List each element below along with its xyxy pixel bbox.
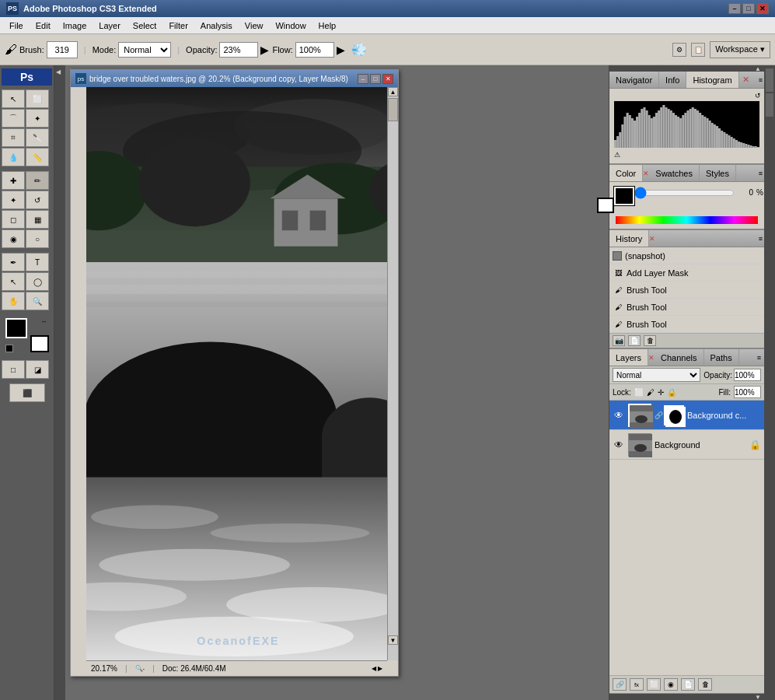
lasso-tool[interactable]: ⌒	[2, 109, 25, 128]
layer-1-visibility-btn[interactable]: 👁	[613, 409, 625, 422]
scroll-arrows[interactable]: ◀ ▶	[372, 665, 382, 672]
clone-tool[interactable]: ✦	[2, 191, 25, 209]
marquee-tool[interactable]: ⬜	[26, 89, 49, 108]
close-button[interactable]: ✕	[756, 3, 769, 14]
tool-preset-btn[interactable]: ⚙	[672, 43, 686, 57]
lock-position-btn[interactable]: ✛	[658, 388, 664, 397]
move-tool[interactable]: ↖	[2, 89, 25, 108]
airbrush-icon[interactable]: 💨	[351, 42, 367, 57]
history-menu-btn2[interactable]: ≡	[757, 235, 764, 243]
opacity-arrow[interactable]: ▶	[260, 44, 269, 56]
tool-preset-btn2[interactable]: 📋	[691, 43, 705, 57]
doc-maximize-btn[interactable]: □	[370, 74, 381, 84]
bg-color-chip[interactable]	[597, 198, 614, 213]
opacity-input[interactable]	[219, 42, 258, 58]
history-new-doc-btn[interactable]: 📄	[628, 335, 641, 346]
dodge-tool[interactable]: ○	[26, 229, 49, 248]
brush-tool[interactable]: ✏	[26, 171, 49, 190]
workspace-button[interactable]: Workspace ▾	[710, 41, 770, 58]
swap-colors-icon[interactable]: ↔	[41, 318, 49, 326]
history-brush-tool[interactable]: ↺	[26, 191, 49, 209]
screen-mode-btn[interactable]: ⬛	[9, 383, 45, 402]
history-item-4[interactable]: 🖌 Brush Tool	[609, 316, 764, 333]
color-spectrum[interactable]	[616, 216, 758, 224]
slice-tool[interactable]: 🔪	[26, 128, 49, 147]
histogram-refresh-icon[interactable]: ↺	[755, 92, 761, 100]
link-layers-btn[interactable]: 🔗	[613, 678, 627, 691]
menu-view[interactable]: View	[239, 19, 270, 32]
mode-select[interactable]: Normal Dissolve Multiply	[118, 42, 171, 58]
layer-fx-btn[interactable]: fx	[630, 678, 644, 691]
layer-item-1[interactable]: 👁 🔗	[609, 401, 764, 430]
opacity-value-input[interactable]	[734, 369, 761, 381]
ruler-tool[interactable]: 📏	[26, 148, 49, 166]
add-mask-btn[interactable]: ⬜	[647, 678, 661, 691]
tab-info[interactable]: Info	[659, 72, 686, 88]
tab-styles[interactable]: Styles	[700, 165, 736, 181]
tab-channels[interactable]: Channels	[655, 349, 703, 366]
k-slider[interactable]	[634, 190, 735, 196]
flow-input[interactable]	[295, 42, 334, 58]
maximize-button[interactable]: □	[742, 3, 755, 14]
blur-tool[interactable]: ◉	[2, 229, 25, 248]
layers-close-btn[interactable]: ✕	[648, 354, 655, 362]
history-new-snapshot-btn[interactable]: 📷	[613, 335, 625, 346]
right-strip-btn-1[interactable]	[766, 68, 773, 92]
tab-histogram[interactable]: Histogram	[686, 72, 738, 88]
color-close-btn[interactable]: ✕	[643, 170, 649, 177]
tab-color[interactable]: Color	[609, 165, 643, 181]
brush-tool-icon[interactable]: 🖌	[5, 43, 17, 57]
menu-layer[interactable]: Layer	[93, 19, 127, 32]
menu-image[interactable]: Image	[57, 19, 93, 32]
foreground-color[interactable]	[5, 318, 27, 338]
eraser-tool[interactable]: ◻	[2, 210, 25, 229]
layer-item-2[interactable]: 👁 Background 🔒	[609, 430, 764, 460]
lock-transparent-btn[interactable]: ⬜	[634, 388, 644, 397]
scroll-up-btn[interactable]: ▲	[388, 87, 398, 96]
new-fill-layer-btn[interactable]: ◉	[664, 678, 678, 691]
history-item-0[interactable]: (snapshot)	[609, 247, 764, 264]
doc-canvas[interactable]: OceanofEXE	[86, 87, 390, 660]
doc-close-btn[interactable]: ✕	[382, 74, 393, 84]
tab-swatches[interactable]: Swatches	[649, 165, 700, 181]
gradient-tool[interactable]: ▦	[26, 210, 49, 229]
hand-tool[interactable]: ✋	[2, 292, 25, 310]
history-item-1[interactable]: 🖼 Add Layer Mask	[609, 264, 764, 282]
history-item-3[interactable]: 🖌 Brush Tool	[609, 299, 764, 316]
fg-color-chip[interactable]	[614, 187, 634, 205]
collapse-left-btn[interactable]: ◀	[56, 68, 64, 76]
menu-edit[interactable]: Edit	[30, 19, 57, 32]
collapse-right-bottom-btn[interactable]: ▼	[755, 694, 761, 701]
default-colors-icon[interactable]	[5, 345, 13, 352]
eyedropper-tool[interactable]: 💧	[2, 148, 25, 166]
scroll-down-btn[interactable]: ▼	[388, 635, 398, 645]
shape-tool[interactable]: ◯	[26, 272, 49, 291]
lock-image-btn[interactable]: 🖌	[647, 388, 655, 397]
blend-mode-select[interactable]: Normal Multiply Screen	[613, 368, 700, 382]
tab-history[interactable]: History	[609, 230, 649, 247]
pen-tool[interactable]: ✒	[2, 253, 25, 271]
new-layer-btn[interactable]: 📄	[681, 678, 695, 691]
menu-help[interactable]: Help	[312, 19, 343, 32]
color-menu-btn[interactable]: ≡	[757, 170, 764, 177]
type-tool[interactable]: T	[26, 253, 49, 271]
fill-value-input[interactable]	[734, 386, 761, 398]
histogram-close-btn[interactable]: ✕	[742, 75, 749, 85]
flow-arrow[interactable]: ▶	[337, 44, 345, 56]
menu-analysis[interactable]: Analysis	[194, 19, 239, 32]
tab-paths[interactable]: Paths	[704, 349, 739, 366]
tab-navigator[interactable]: Navigator	[609, 72, 659, 88]
menu-window[interactable]: Window	[269, 19, 312, 32]
zoom-out-btn[interactable]: 🔍-	[135, 665, 145, 672]
zoom-tool[interactable]: 🔍	[26, 292, 49, 310]
tab-layers[interactable]: Layers	[609, 349, 648, 366]
layer-2-visibility-btn[interactable]: 👁	[613, 439, 625, 451]
history-delete-btn[interactable]: 🗑	[644, 335, 656, 346]
lock-all-btn[interactable]: 🔒	[667, 388, 676, 397]
menu-filter[interactable]: Filter	[162, 19, 194, 32]
histogram-menu-btn[interactable]: ≡	[757, 76, 764, 84]
background-color[interactable]	[30, 335, 49, 352]
crop-tool[interactable]: ⌗	[2, 128, 25, 147]
doc-minimize-btn[interactable]: –	[358, 74, 368, 84]
delete-layer-btn[interactable]: 🗑	[698, 678, 712, 691]
